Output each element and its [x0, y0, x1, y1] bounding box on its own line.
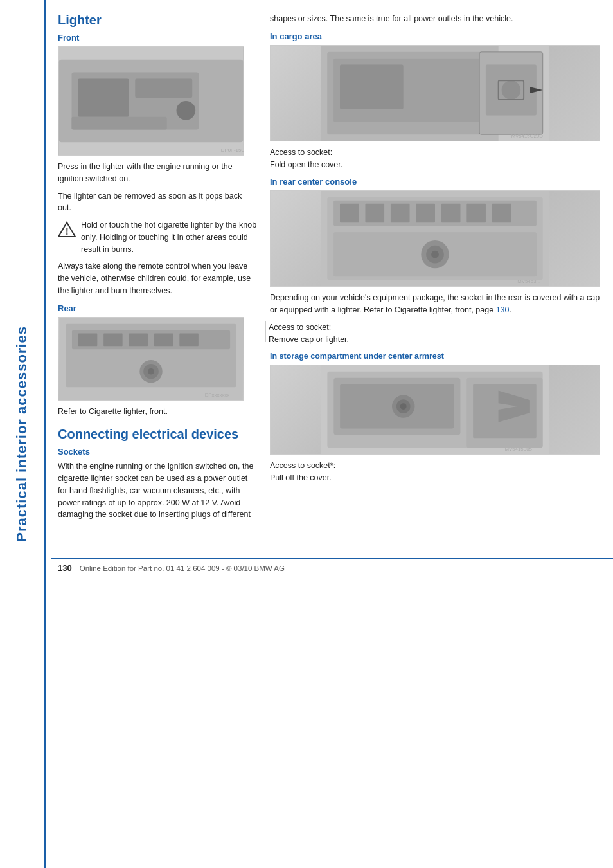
rear-console-image: MV5453... — [270, 190, 600, 287]
rear-console-desc: Depending on your vehicle's equipment pa… — [270, 292, 600, 316]
warning-icon: ! — [58, 221, 76, 239]
right-column: shapes or sizes. The same is true for al… — [270, 13, 600, 526]
svg-rect-17 — [179, 333, 199, 346]
armrest-image: MV5415005 — [270, 365, 600, 455]
svg-text:DP0F-15C0US: DP0F-15C0US — [221, 147, 244, 153]
left-column: Lighter Front DP0F-15C0US — [58, 13, 257, 526]
armrest-image-svg: MV5415005 — [271, 365, 600, 454]
cargo-access-text: Access to socket: Fold open the cover. — [270, 147, 600, 171]
rear-image-inner: DPxxxxxxx — [58, 318, 244, 400]
svg-rect-16 — [154, 333, 173, 346]
sockets-subtitle: Sockets — [58, 447, 257, 457]
connecting-title: Connecting electrical devices — [58, 427, 257, 442]
rear-console-image-inner: MV5453... — [271, 191, 600, 286]
svg-rect-37 — [365, 204, 384, 223]
cargo-image-svg: MV5415C20D — [271, 46, 600, 141]
warning-extra: Always take along the remote control whe… — [58, 260, 257, 296]
cargo-fold: Fold open the cover. — [270, 160, 342, 169]
rear-image-svg: DPxxxxxxx — [58, 318, 244, 400]
sockets-description2: shapes or sizes. The same is true for al… — [270, 13, 600, 25]
warning-text: Hold or touch the hot cigarette lighter … — [81, 221, 256, 254]
svg-rect-3 — [78, 78, 129, 116]
rear-note: Refer to Cigarette lighter, front. — [58, 406, 257, 418]
rear-console-desc1: Depending on your vehicle's equipment pa… — [270, 293, 600, 314]
warning-box: ! Hold or touch the hot cigarette lighte… — [58, 219, 257, 255]
armrest-image-inner: MV5415005 — [271, 365, 600, 454]
svg-point-29 — [502, 80, 521, 100]
front-image-svg: DP0F-15C0US — [58, 47, 244, 155]
cargo-image-inner: MV5415C20D — [271, 46, 600, 141]
rear-console-access: Access to socket: — [269, 323, 331, 332]
svg-point-54 — [400, 403, 407, 410]
rear-console-page-link[interactable]: 130 — [496, 305, 510, 314]
svg-rect-39 — [416, 204, 435, 223]
rear-console-remove: Remove cap or lighter. — [269, 335, 349, 344]
svg-text:MV5415C20D: MV5415C20D — [511, 133, 543, 139]
front-image-inner: DP0F-15C0US — [58, 47, 244, 155]
sidebar-label: Practical interior accessories — [13, 326, 30, 542]
rear-console-image-svg: MV5453... — [271, 191, 600, 286]
svg-point-5 — [177, 101, 196, 120]
svg-text:MV5453...: MV5453... — [517, 278, 540, 284]
svg-rect-26 — [340, 64, 404, 109]
rear-subtitle: Rear — [58, 303, 257, 313]
svg-rect-36 — [340, 204, 359, 223]
svg-rect-4 — [135, 78, 192, 98]
svg-rect-14 — [103, 333, 123, 346]
page-number: 130 — [58, 563, 72, 573]
svg-rect-15 — [129, 333, 148, 346]
svg-rect-40 — [441, 204, 461, 223]
svg-text:!: ! — [66, 226, 69, 237]
rear-console-access-text: Access to socket: Remove cap or lighter. — [265, 321, 600, 346]
svg-text:DPxxxxxxx: DPxxxxxxx — [205, 392, 229, 398]
marker-container: Access to socket: Remove cap or lighter. — [265, 321, 600, 346]
svg-rect-42 — [492, 204, 511, 223]
svg-point-20 — [148, 368, 154, 374]
armrest-subtitle: In storage compartment under center armr… — [270, 352, 600, 361]
armrest-access-text: Access to socket*: Pull off the cover. — [270, 460, 600, 484]
cargo-image: MV5415C20D — [270, 45, 600, 141]
front-image: DP0F-15C0US — [58, 46, 244, 156]
svg-rect-38 — [391, 204, 410, 223]
page-footer: 130 Online Edition for Part no. 01 41 2 … — [51, 558, 613, 573]
rear-image: DPxxxxxxx — [58, 317, 244, 401]
svg-rect-6 — [71, 117, 166, 130]
marker-line — [265, 321, 266, 342]
cargo-subtitle: In cargo area — [270, 32, 600, 41]
sidebar: Practical interior accessories — [0, 0, 44, 868]
main-content: Lighter Front DP0F-15C0US — [51, 0, 613, 539]
lighter-title: Lighter — [58, 13, 257, 28]
footer-text: Online Edition for Part no. 01 41 2 604 … — [80, 565, 285, 572]
rear-console-subtitle: In rear center console — [270, 177, 600, 186]
front-description: Press in the lighter with the engine run… — [58, 161, 257, 185]
front-subtitle: Front — [58, 33, 257, 42]
armrest-pull: Pull off the cover. — [270, 473, 332, 482]
svg-rect-13 — [78, 333, 98, 346]
svg-point-46 — [431, 251, 439, 258]
svg-text:MV5415005: MV5415005 — [504, 446, 532, 452]
cargo-access: Access to socket: — [270, 148, 332, 157]
svg-rect-41 — [466, 204, 486, 223]
warning-text-container: Hold or touch the hot cigarette lighter … — [81, 219, 257, 255]
sockets-description: With the engine running or the ignition … — [58, 460, 257, 521]
armrest-access: Access to socket*: — [270, 461, 335, 470]
back-out-note: The lighter can be removed as soon as it… — [58, 190, 257, 215]
sidebar-bar — [44, 0, 46, 868]
two-col-layout: Lighter Front DP0F-15C0US — [58, 13, 600, 526]
